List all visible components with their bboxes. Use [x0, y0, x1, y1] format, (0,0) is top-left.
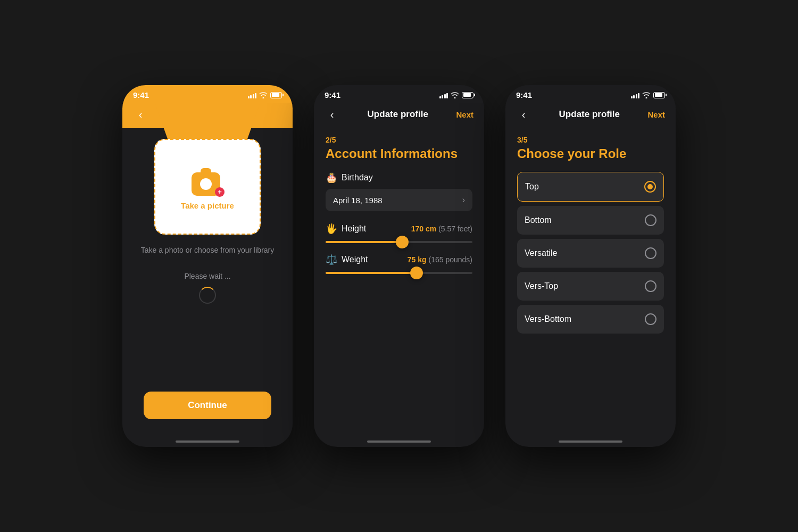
signal-icon-2	[439, 92, 448, 98]
loading-spinner	[199, 287, 216, 304]
status-icons-3	[631, 92, 666, 98]
next-button-2[interactable]: Next	[456, 110, 473, 119]
upload-content: + Take a picture Take a photo or choose …	[122, 128, 293, 440]
radio-bottom	[645, 214, 656, 226]
take-picture-label: Take a picture	[181, 201, 234, 210]
account-section-title: Account Informations	[326, 146, 472, 161]
home-indicator-2	[367, 440, 431, 443]
role-option-vers-top[interactable]: Vers-Top	[517, 272, 664, 301]
role-label-bottom: Bottom	[525, 215, 552, 225]
height-section: 🖐️ Height 170 cm (5.57 feet)	[326, 223, 472, 243]
phone-account: 9:41 ‹ Update profile Next 2/5 Account I…	[314, 85, 484, 447]
signal-icon-3	[631, 92, 640, 98]
wifi-icon-2	[451, 92, 459, 98]
upload-subtitle: Take a photo or choose from your library	[141, 245, 275, 256]
phone-role: 9:41 ‹ Update profile Next 3/5 Choose yo…	[505, 85, 676, 447]
phone-upload: 9:41 ‹ Upload photo	[122, 85, 293, 447]
role-label-versatile: Versatile	[525, 248, 557, 258]
height-label: 🖐️ Height	[326, 223, 366, 235]
next-button-3[interactable]: Next	[647, 110, 665, 119]
role-option-top[interactable]: Top	[517, 172, 664, 202]
battery-icon-2	[462, 92, 473, 98]
nav-bar-3: ‹ Update profile Next	[505, 103, 676, 128]
signal-icon-1	[248, 92, 257, 98]
radio-vers-top	[645, 280, 656, 292]
weight-slider[interactable]	[326, 272, 472, 274]
status-time-2: 9:41	[325, 90, 340, 99]
radio-vers-bottom	[645, 313, 656, 325]
role-section-title: Choose your Role	[517, 146, 664, 161]
continue-button[interactable]: Continue	[144, 392, 271, 419]
upload-box[interactable]: + Take a picture	[154, 139, 261, 235]
camera-icon: +	[192, 164, 223, 196]
role-option-versatile[interactable]: Versatile	[517, 239, 664, 268]
birthday-value: April 18, 1988	[333, 196, 383, 205]
back-button-1[interactable]: ‹	[133, 107, 148, 122]
plus-icon: +	[215, 187, 225, 197]
weight-icon: ⚖️	[326, 254, 337, 265]
back-button-2[interactable]: ‹	[325, 107, 339, 122]
role-nav-title: Update profile	[559, 109, 620, 120]
role-label-top: Top	[525, 182, 539, 192]
account-nav-title: Update profile	[368, 109, 428, 120]
step-indicator-2: 2/5	[326, 136, 472, 144]
wifi-icon-3	[642, 92, 651, 98]
status-icons-2	[439, 92, 474, 98]
birthday-icon: 🎂	[326, 172, 337, 184]
status-time-3: 9:41	[516, 90, 532, 99]
height-value: 170 cm (5.57 feet)	[411, 225, 472, 233]
back-button-3[interactable]: ‹	[516, 107, 531, 122]
status-icons-1	[248, 92, 282, 98]
radio-top	[644, 181, 656, 193]
nav-bar-2: ‹ Update profile Next	[314, 103, 484, 128]
battery-icon-1	[270, 92, 282, 98]
weight-value: 75 kg (165 pounds)	[408, 255, 472, 264]
please-wait-text: Please wait ...	[184, 272, 230, 280]
status-time-1: 9:41	[133, 90, 149, 99]
role-content: 3/5 Choose your Role Top Bottom Versatil…	[505, 128, 676, 440]
role-option-bottom[interactable]: Bottom	[517, 206, 664, 235]
status-bar-3: 9:41	[505, 85, 676, 103]
role-label-vers-top: Vers-Top	[525, 281, 558, 291]
height-header: 🖐️ Height 170 cm (5.57 feet)	[326, 223, 472, 235]
account-content: 2/5 Account Informations 🎂 Birthday Apri…	[314, 128, 484, 440]
radio-versatile	[645, 247, 656, 259]
birthday-label: 🎂 Birthday	[326, 172, 472, 184]
wifi-icon-1	[259, 92, 268, 98]
role-label-vers-bottom: Vers-Bottom	[525, 314, 571, 324]
weight-header: ⚖️ Weight 75 kg (165 pounds)	[326, 254, 472, 265]
chevron-right-icon: ›	[462, 195, 465, 205]
weight-label: ⚖️ Weight	[326, 254, 368, 265]
role-option-vers-bottom[interactable]: Vers-Bottom	[517, 305, 664, 334]
status-bar-1: 9:41	[122, 85, 293, 103]
home-indicator-3	[559, 440, 622, 443]
height-slider[interactable]	[326, 241, 472, 243]
battery-icon-3	[653, 92, 665, 98]
step-indicator-3: 3/5	[517, 136, 664, 144]
home-indicator-1	[176, 440, 239, 443]
weight-section: ⚖️ Weight 75 kg (165 pounds)	[326, 254, 472, 274]
status-bar-2: 9:41	[314, 85, 484, 103]
height-icon: 🖐️	[326, 223, 337, 235]
birthday-row[interactable]: April 18, 1988 ›	[326, 189, 472, 211]
